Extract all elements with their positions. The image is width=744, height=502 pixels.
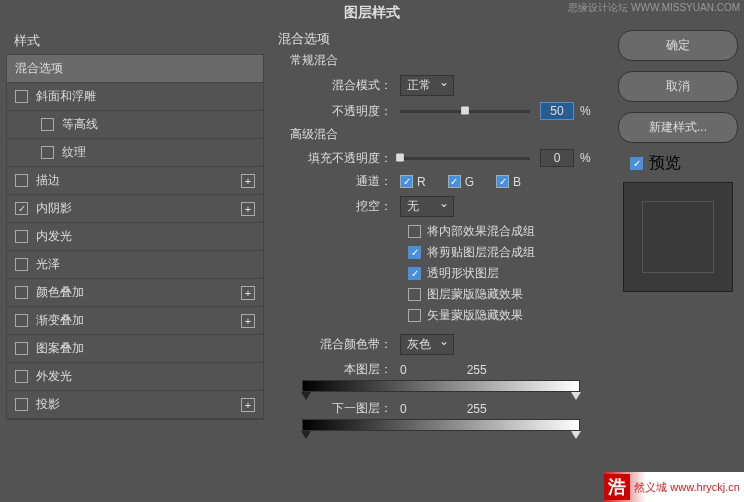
fill-opacity-label: 填充不透明度： [302, 150, 392, 167]
preview-label: 预览 [649, 153, 681, 174]
style-label: 斜面和浮雕 [36, 88, 96, 105]
option-checkbox[interactable] [408, 288, 421, 301]
cancel-button[interactable]: 取消 [618, 71, 738, 102]
option-label: 矢量蒙版隐藏效果 [427, 307, 523, 324]
this-hi: 255 [467, 363, 487, 377]
style-label: 光泽 [36, 256, 60, 273]
option-checkbox[interactable] [408, 309, 421, 322]
style-label: 投影 [36, 396, 60, 413]
style-item[interactable]: 描边+ [7, 167, 263, 195]
fill-opacity-row: 填充不透明度： 0 % [302, 149, 604, 167]
style-item[interactable]: 内发光 [7, 223, 263, 251]
blend-mode-select[interactable]: 正常 [400, 75, 454, 96]
channel-r-label: R [417, 175, 426, 189]
option-label: 将剪贴图层混合成组 [427, 244, 535, 261]
style-item[interactable]: 渐变叠加+ [7, 307, 263, 335]
add-effect-icon[interactable]: + [241, 398, 255, 412]
style-label: 等高线 [62, 116, 98, 133]
style-item[interactable]: 混合选项 [7, 55, 263, 83]
fill-opacity-slider[interactable] [400, 157, 530, 160]
option-label: 透明形状图层 [427, 265, 499, 282]
normal-blend-title: 常规混合 [290, 52, 604, 69]
blend-if-select[interactable]: 灰色 [400, 334, 454, 355]
style-label: 颜色叠加 [36, 284, 84, 301]
channel-g-checkbox[interactable] [448, 175, 461, 188]
preview-checkbox[interactable] [630, 157, 643, 170]
opacity-thumb[interactable] [457, 102, 473, 118]
this-layer-row: 本图层： 0255 [302, 361, 604, 378]
knockout-select[interactable]: 无 [400, 196, 454, 217]
style-checkbox[interactable] [15, 230, 28, 243]
option-row: 图层蒙版隐藏效果 [408, 286, 604, 303]
under-lo-handle[interactable] [301, 431, 311, 439]
preview-thumbnail [623, 182, 733, 292]
style-label: 内发光 [36, 228, 72, 245]
style-item[interactable]: 外发光 [7, 363, 263, 391]
under-hi-handle[interactable] [571, 431, 581, 439]
this-layer-gradient[interactable] [302, 380, 580, 392]
style-item[interactable]: 投影+ [7, 391, 263, 419]
style-checkbox[interactable] [15, 370, 28, 383]
style-label: 内阴影 [36, 200, 72, 217]
this-lo-handle[interactable] [301, 392, 311, 400]
opacity-input[interactable]: 50 [540, 102, 574, 120]
add-effect-icon[interactable]: + [241, 314, 255, 328]
style-checkbox[interactable] [41, 118, 54, 131]
style-item[interactable]: 颜色叠加+ [7, 279, 263, 307]
fill-opacity-input[interactable]: 0 [540, 149, 574, 167]
opacity-row: 不透明度： 50 % [302, 102, 604, 120]
style-item[interactable]: 图案叠加 [7, 335, 263, 363]
style-checkbox[interactable] [15, 174, 28, 187]
style-item[interactable]: 等高线 [7, 111, 263, 139]
opacity-label: 不透明度： [302, 103, 392, 120]
option-label: 图层蒙版隐藏效果 [427, 286, 523, 303]
option-checkbox[interactable] [408, 246, 421, 259]
fill-thumb[interactable] [392, 149, 408, 165]
opacity-slider[interactable] [400, 110, 530, 113]
under-layer-gradient[interactable] [302, 419, 580, 431]
options-panel: 混合选项 常规混合 混合模式： 正常 不透明度： 50 % 高级混合 填充不透明… [264, 28, 618, 502]
style-label: 外发光 [36, 368, 72, 385]
style-item[interactable]: 内阴影+ [7, 195, 263, 223]
style-item[interactable]: 斜面和浮雕 [7, 83, 263, 111]
blend-if-row: 混合颜色带： 灰色 [302, 334, 604, 355]
add-effect-icon[interactable]: + [241, 286, 255, 300]
style-checkbox[interactable] [15, 258, 28, 271]
watermark-logo: 浩 [604, 474, 630, 500]
option-checkbox[interactable] [408, 225, 421, 238]
style-checkbox[interactable] [15, 314, 28, 327]
channel-r-checkbox[interactable] [400, 175, 413, 188]
style-checkbox[interactable] [15, 90, 28, 103]
this-hi-handle[interactable] [571, 392, 581, 400]
channel-b-checkbox[interactable] [496, 175, 509, 188]
style-list: 混合选项斜面和浮雕等高线纹理描边+内阴影+内发光光泽颜色叠加+渐变叠加+图案叠加… [6, 54, 264, 420]
under-layer-row: 下一图层： 0255 [302, 400, 604, 417]
channel-g-label: G [465, 175, 474, 189]
channels-label: 通道： [302, 173, 392, 190]
channel-b-label: B [513, 175, 521, 189]
add-effect-icon[interactable]: + [241, 202, 255, 216]
this-layer-label: 本图层： [302, 361, 392, 378]
channels-row: 通道： R G B [302, 173, 604, 190]
style-label: 纹理 [62, 144, 86, 161]
style-checkbox[interactable] [15, 398, 28, 411]
main-panel: 样式 混合选项斜面和浮雕等高线纹理描边+内阴影+内发光光泽颜色叠加+渐变叠加+图… [0, 28, 744, 502]
knockout-row: 挖空： 无 [302, 196, 604, 217]
style-checkbox[interactable] [15, 286, 28, 299]
preview-row: 预览 [630, 153, 738, 174]
option-checkbox[interactable] [408, 267, 421, 280]
style-checkbox[interactable] [15, 342, 28, 355]
style-checkbox[interactable] [41, 146, 54, 159]
under-hi: 255 [467, 402, 487, 416]
adv-blend-title: 高级混合 [290, 126, 604, 143]
style-item[interactable]: 纹理 [7, 139, 263, 167]
this-lo: 0 [400, 363, 407, 377]
add-effect-icon[interactable]: + [241, 174, 255, 188]
style-label: 描边 [36, 172, 60, 189]
ok-button[interactable]: 确定 [618, 30, 738, 61]
blend-mode-label: 混合模式： [302, 77, 392, 94]
buttons-panel: 确定 取消 新建样式... 预览 [618, 28, 738, 502]
style-item[interactable]: 光泽 [7, 251, 263, 279]
new-style-button[interactable]: 新建样式... [618, 112, 738, 143]
style-checkbox[interactable] [15, 202, 28, 215]
